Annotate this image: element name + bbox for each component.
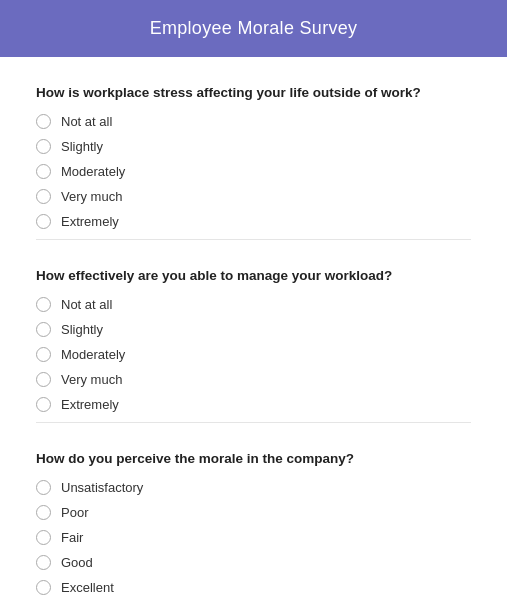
list-item[interactable]: Slightly bbox=[36, 322, 471, 337]
radio-1-4[interactable] bbox=[36, 189, 51, 204]
survey-header: Employee Morale Survey bbox=[0, 0, 507, 57]
option-label-3-3: Fair bbox=[61, 530, 83, 545]
survey-title: Employee Morale Survey bbox=[150, 18, 358, 38]
question-text-1: How is workplace stress affecting your l… bbox=[36, 85, 471, 100]
option-list-1: Not at allSlightlyModeratelyVery muchExt… bbox=[36, 114, 471, 229]
radio-1-3[interactable] bbox=[36, 164, 51, 179]
list-item[interactable]: Extremely bbox=[36, 397, 471, 412]
option-label-1-1: Not at all bbox=[61, 114, 112, 129]
option-label-1-3: Moderately bbox=[61, 164, 125, 179]
list-item[interactable]: Slightly bbox=[36, 139, 471, 154]
option-label-3-5: Excellent bbox=[61, 580, 114, 595]
option-label-2-5: Extremely bbox=[61, 397, 119, 412]
option-list-3: UnsatisfactoryPoorFairGoodExcellent bbox=[36, 480, 471, 595]
divider-2 bbox=[36, 422, 471, 423]
list-item[interactable]: Very much bbox=[36, 189, 471, 204]
divider-1 bbox=[36, 239, 471, 240]
radio-2-1[interactable] bbox=[36, 297, 51, 312]
radio-3-2[interactable] bbox=[36, 505, 51, 520]
survey-body: How is workplace stress affecting your l… bbox=[0, 57, 507, 600]
list-item[interactable]: Not at all bbox=[36, 297, 471, 312]
radio-1-1[interactable] bbox=[36, 114, 51, 129]
radio-2-5[interactable] bbox=[36, 397, 51, 412]
option-label-3-2: Poor bbox=[61, 505, 88, 520]
list-item[interactable]: Moderately bbox=[36, 164, 471, 179]
option-label-2-2: Slightly bbox=[61, 322, 103, 337]
list-item[interactable]: Excellent bbox=[36, 580, 471, 595]
list-item[interactable]: Fair bbox=[36, 530, 471, 545]
option-label-1-4: Very much bbox=[61, 189, 122, 204]
list-item[interactable]: Unsatisfactory bbox=[36, 480, 471, 495]
question-text-3: How do you perceive the morale in the co… bbox=[36, 451, 471, 466]
question-block-1: How is workplace stress affecting your l… bbox=[36, 85, 471, 240]
radio-2-3[interactable] bbox=[36, 347, 51, 362]
option-label-2-1: Not at all bbox=[61, 297, 112, 312]
list-item[interactable]: Not at all bbox=[36, 114, 471, 129]
radio-2-2[interactable] bbox=[36, 322, 51, 337]
option-label-2-3: Moderately bbox=[61, 347, 125, 362]
radio-3-5[interactable] bbox=[36, 580, 51, 595]
option-label-3-4: Good bbox=[61, 555, 93, 570]
radio-1-5[interactable] bbox=[36, 214, 51, 229]
list-item[interactable]: Extremely bbox=[36, 214, 471, 229]
list-item[interactable]: Very much bbox=[36, 372, 471, 387]
question-block-3: How do you perceive the morale in the co… bbox=[36, 451, 471, 595]
option-list-2: Not at allSlightlyModeratelyVery muchExt… bbox=[36, 297, 471, 412]
option-label-2-4: Very much bbox=[61, 372, 122, 387]
radio-3-4[interactable] bbox=[36, 555, 51, 570]
radio-1-2[interactable] bbox=[36, 139, 51, 154]
list-item[interactable]: Good bbox=[36, 555, 471, 570]
option-label-1-2: Slightly bbox=[61, 139, 103, 154]
list-item[interactable]: Poor bbox=[36, 505, 471, 520]
list-item[interactable]: Moderately bbox=[36, 347, 471, 362]
radio-3-1[interactable] bbox=[36, 480, 51, 495]
question-text-2: How effectively are you able to manage y… bbox=[36, 268, 471, 283]
option-label-1-5: Extremely bbox=[61, 214, 119, 229]
option-label-3-1: Unsatisfactory bbox=[61, 480, 143, 495]
question-block-2: How effectively are you able to manage y… bbox=[36, 268, 471, 423]
radio-2-4[interactable] bbox=[36, 372, 51, 387]
radio-3-3[interactable] bbox=[36, 530, 51, 545]
